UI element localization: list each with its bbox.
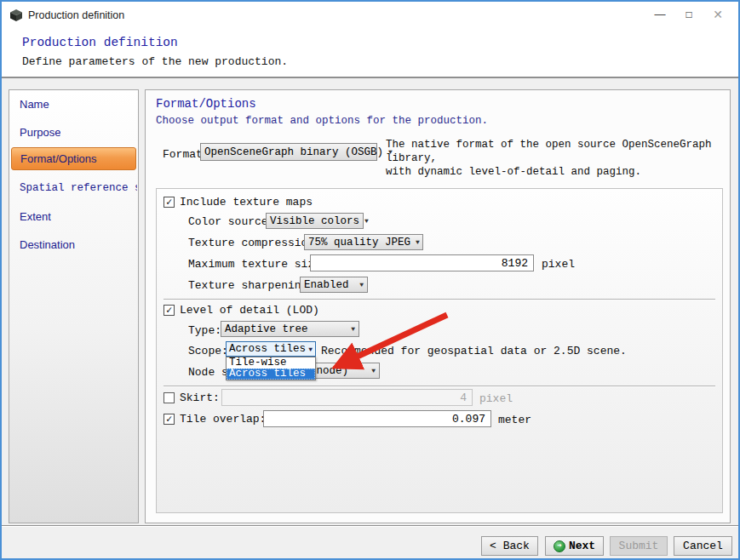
footer-separator <box>2 525 738 527</box>
tile-overlap-label: Tile overlap: <box>180 413 266 426</box>
chevron-down-icon: ▼ <box>359 217 369 225</box>
scope-option-across-tiles[interactable]: Across tiles <box>227 369 315 380</box>
window-title: Production definition <box>28 9 124 21</box>
chevron-down-icon: ▼ <box>410 238 420 246</box>
close-button[interactable]: ✕ <box>704 2 731 27</box>
max-texture-size-input[interactable]: 8192 <box>310 254 534 271</box>
sidebar-item-destination[interactable]: Destination <box>20 238 75 251</box>
texture-compression-label: Texture compression: <box>188 237 321 249</box>
cancel-button[interactable]: Cancel <box>674 536 732 556</box>
production-definition-window: Production definition — □ ✕ Production d… <box>0 0 740 560</box>
max-texture-size-label: Maximum texture size: <box>188 258 328 271</box>
scope-dropdown-list: Tile-wise Across tiles <box>226 357 316 380</box>
lod-type-dropdown[interactable]: Adaptive tree ▼ <box>221 321 359 337</box>
lod-scope-hint: Recommended for geospatial data or 2.5D … <box>321 345 627 357</box>
sidebar-item-format-options-label: Format/Options <box>20 152 97 165</box>
minimize-button[interactable]: — <box>646 2 674 27</box>
maximize-button[interactable]: □ <box>675 2 703 27</box>
chevron-down-icon: ▼ <box>354 281 364 289</box>
separator <box>163 386 715 387</box>
wizard-steps-sidebar: Name Purpose Format/Options Spatial refe… <box>9 89 139 523</box>
options-groupbox: ✓ Include texture maps Color source: Vis… <box>156 188 723 513</box>
page-title: Production definition <box>22 36 178 49</box>
max-texture-size-unit: pixel <box>542 258 575 271</box>
tile-overlap-checkbox[interactable]: ✓ <box>163 414 175 425</box>
sidebar-item-spatial-reference[interactable]: Spatial reference sy <box>20 182 137 194</box>
texture-sharpening-dropdown[interactable]: Enabled ▼ <box>300 277 368 293</box>
lod-scope-value: Across tiles <box>229 343 306 355</box>
check-icon: ✓ <box>166 305 172 317</box>
format-description: The native format of the open source Ope… <box>386 138 726 179</box>
include-texture-maps-checkbox[interactable]: ✓ <box>163 197 175 208</box>
chevron-down-icon: ▼ <box>346 325 355 333</box>
chevron-down-icon: ▼ <box>308 346 313 353</box>
lod-label: Level of detail (LOD) <box>180 304 319 317</box>
color-source-label: Color source: <box>188 215 274 228</box>
format-options-panel: Format/Options Choose output format and … <box>145 89 731 523</box>
sidebar-item-extent[interactable]: Extent <box>20 210 51 223</box>
format-dropdown-value: OpenSceneGraph binary (OSGB) <box>204 146 383 158</box>
separator <box>163 299 715 300</box>
tile-overlap-input[interactable]: 0.097 <box>263 410 491 427</box>
check-icon: ✓ <box>166 414 172 426</box>
content-area: Name Purpose Format/Options Spatial refe… <box>2 78 738 558</box>
skirt-checkbox[interactable] <box>163 392 175 403</box>
skirt-unit: pixel <box>479 392 513 405</box>
sidebar-item-format-options-selected[interactable]: Format/Options <box>11 147 136 170</box>
submit-button: Submit <box>610 536 668 556</box>
lod-type-label: Type: <box>188 324 221 337</box>
color-source-value: Visible colors <box>270 215 359 227</box>
tile-overlap-unit: meter <box>498 414 531 426</box>
format-dropdown[interactable]: OpenSceneGraph binary (OSGB) ▼ <box>200 143 377 161</box>
next-arrow-icon: ➜ <box>554 540 565 552</box>
texture-sharpening-label: Texture sharpening: <box>188 279 314 292</box>
panel-heading: Format/Options <box>156 97 256 111</box>
next-button-label: Next <box>569 540 595 552</box>
sidebar-item-name[interactable]: Name <box>20 98 49 111</box>
lod-scope-dropdown-open[interactable]: Across tiles ▼ <box>226 341 316 357</box>
titlebar: Production definition — □ ✕ <box>2 2 738 29</box>
lod-scope-label: Scope: <box>188 345 228 357</box>
check-icon: ✓ <box>166 197 172 209</box>
back-button[interactable]: < Back <box>481 536 538 556</box>
sidebar-item-purpose[interactable]: Purpose <box>20 126 60 139</box>
chevron-down-icon: ▼ <box>366 367 376 374</box>
lod-checkbox[interactable]: ✓ <box>163 305 175 316</box>
skirt-label: Skirt: <box>180 391 220 404</box>
texture-sharpening-value: Enabled <box>304 279 349 291</box>
lod-type-value: Adaptive tree <box>225 323 308 335</box>
wizard-header: Production definition Define parameters … <box>2 29 738 77</box>
app-cube-icon <box>9 9 23 22</box>
panel-subheading: Choose output format and options for the… <box>156 115 488 127</box>
page-subtitle: Define parameters of the new production. <box>22 55 288 68</box>
next-button[interactable]: ➜ Next <box>545 536 604 556</box>
skirt-input: 4 <box>221 389 473 406</box>
include-texture-maps-label: Include texture maps <box>180 196 313 209</box>
texture-compression-dropdown[interactable]: 75% quality JPEG ▼ <box>304 234 423 250</box>
texture-compression-value: 75% quality JPEG <box>308 237 410 249</box>
color-source-dropdown[interactable]: Visible colors ▼ <box>266 213 364 229</box>
